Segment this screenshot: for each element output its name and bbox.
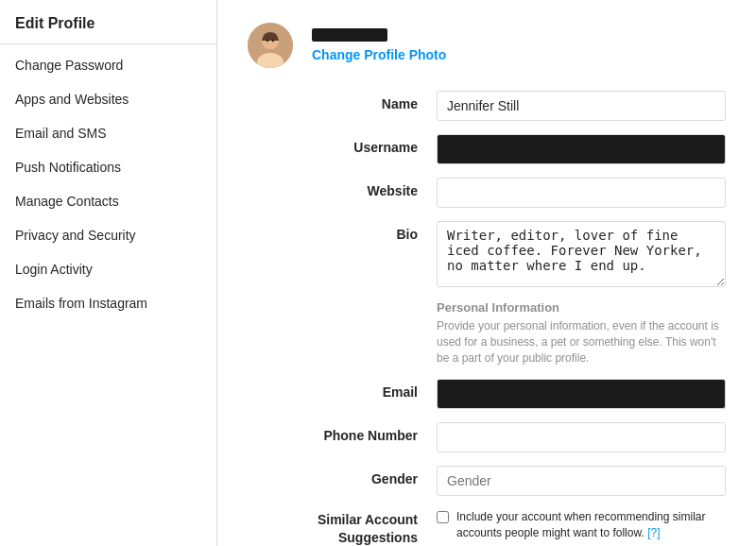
bio-textarea[interactable]: Writer, editor, lover of fine iced coffe… xyxy=(437,221,726,287)
bio-row: Bio Writer, editor, lover of fine iced c… xyxy=(248,221,726,287)
personal-info-title: Personal Information xyxy=(437,300,726,315)
username-display xyxy=(312,28,387,42)
email-input[interactable] xyxy=(437,379,726,409)
sidebar: Edit Profile Change Password Apps and We… xyxy=(0,0,217,546)
username-input[interactable] xyxy=(437,134,726,164)
suggestions-checkbox[interactable] xyxy=(437,511,449,523)
sidebar-item-emails-instagram[interactable]: Emails from Instagram xyxy=(0,286,216,320)
personal-info-label-col xyxy=(248,300,437,366)
website-label: Website xyxy=(248,178,437,198)
profile-info: Change Profile Photo xyxy=(312,28,446,62)
sidebar-item-login-activity[interactable]: Login Activity xyxy=(0,252,216,286)
suggestions-help-link[interactable]: [?] xyxy=(647,526,660,539)
avatar xyxy=(248,23,293,68)
personal-info-text: Personal Information Provide your person… xyxy=(437,300,726,366)
suggestions-label: Similar AccountSuggestions xyxy=(248,509,437,545)
phone-row: Phone Number xyxy=(248,422,726,452)
bio-label: Bio xyxy=(248,221,437,242)
main-content: Change Profile Photo Name Username Websi… xyxy=(217,0,756,546)
sidebar-item-manage-contacts[interactable]: Manage Contacts xyxy=(0,184,216,218)
sidebar-item-privacy-security[interactable]: Privacy and Security xyxy=(0,218,216,252)
sidebar-item-push-notifications[interactable]: Push Notifications xyxy=(0,150,216,184)
profile-photo-row: Change Profile Photo xyxy=(248,23,726,68)
suggestions-content: Include your account when recommending s… xyxy=(437,509,726,541)
phone-label: Phone Number xyxy=(248,422,437,443)
suggestions-text: Include your account when recommending s… xyxy=(456,509,726,541)
phone-input[interactable] xyxy=(437,422,726,452)
svg-point-5 xyxy=(272,40,274,42)
username-label: Username xyxy=(248,134,437,155)
gender-row: Gender xyxy=(248,466,726,496)
sidebar-item-change-password[interactable]: Change Password xyxy=(0,48,216,82)
name-label: Name xyxy=(248,91,437,111)
username-row: Username xyxy=(248,134,726,164)
website-row: Website xyxy=(248,178,726,208)
email-row: Email xyxy=(248,379,726,409)
sidebar-item-email-sms[interactable]: Email and SMS xyxy=(0,116,216,150)
sidebar-item-apps-websites[interactable]: Apps and Websites xyxy=(0,82,216,116)
svg-point-4 xyxy=(266,40,268,42)
name-row: Name xyxy=(248,91,726,121)
suggestions-row: Similar AccountSuggestions Include your … xyxy=(248,509,726,545)
email-label: Email xyxy=(248,379,437,400)
website-input[interactable] xyxy=(437,178,726,208)
change-profile-photo-link[interactable]: Change Profile Photo xyxy=(312,47,446,62)
gender-label: Gender xyxy=(248,466,437,486)
personal-info-section: Personal Information Provide your person… xyxy=(248,300,726,366)
personal-info-desc: Provide your personal information, even … xyxy=(437,318,726,366)
gender-input[interactable] xyxy=(437,466,726,496)
name-input[interactable] xyxy=(437,91,726,121)
sidebar-header: Edit Profile xyxy=(0,0,216,44)
